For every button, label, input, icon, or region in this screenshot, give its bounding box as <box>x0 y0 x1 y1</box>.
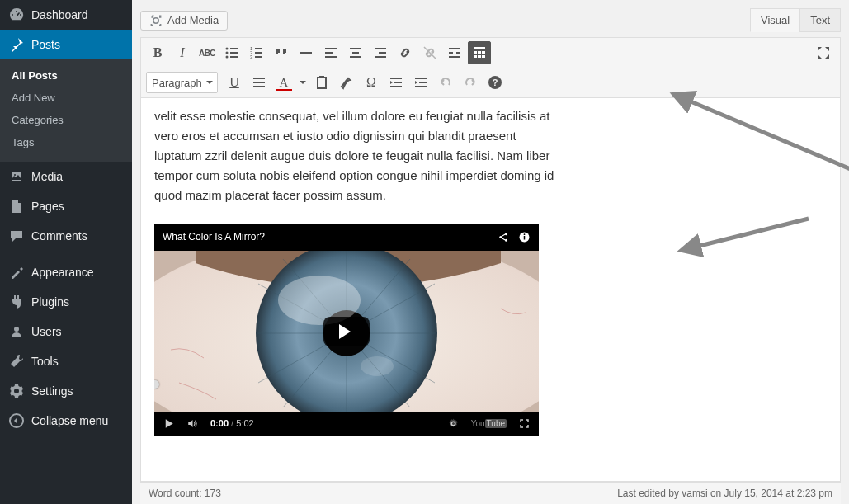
add-media-button[interactable]: Add Media <box>140 11 228 31</box>
youtube-logo[interactable]: YouTube <box>471 417 507 431</box>
collapse-icon <box>8 412 25 429</box>
svg-rect-21 <box>375 48 386 49</box>
tab-text[interactable]: Text <box>799 8 841 32</box>
sidebar-item-settings[interactable]: Settings <box>0 376 132 406</box>
svg-rect-42 <box>390 86 402 87</box>
align-left-button[interactable] <box>319 41 342 64</box>
svg-point-6 <box>226 56 229 59</box>
svg-rect-45 <box>415 86 427 87</box>
fullscreen-icon[interactable] <box>518 417 531 430</box>
svg-rect-52 <box>524 236 526 240</box>
plugins-icon <box>8 294 25 310</box>
settings-icon[interactable] <box>447 417 460 430</box>
text-color-button[interactable]: A <box>272 71 295 94</box>
svg-rect-33 <box>478 55 481 58</box>
sidebar-item-appearance[interactable]: Appearance <box>0 257 132 287</box>
bullet-list-button[interactable] <box>220 41 243 64</box>
tools-icon <box>8 353 25 370</box>
posts-submenu: All Posts Add New Categories Tags <box>0 59 132 162</box>
more-button[interactable] <box>443 41 466 64</box>
settings-icon <box>8 383 25 399</box>
align-center-button[interactable] <box>344 41 367 64</box>
editor-tabs: Visual Text <box>750 8 841 32</box>
text-color-dropdown[interactable] <box>297 71 309 94</box>
svg-rect-41 <box>394 82 402 83</box>
sidebar-item-comments[interactable]: Comments <box>0 221 132 251</box>
submenu-categories[interactable]: Categories <box>0 109 132 131</box>
svg-rect-16 <box>325 52 333 54</box>
editor-topbar: Add Media Visual Text <box>132 0 849 37</box>
play-button[interactable] <box>323 317 370 346</box>
fullscreen-button[interactable] <box>812 41 835 64</box>
align-right-button[interactable] <box>369 41 392 64</box>
svg-rect-30 <box>478 51 481 54</box>
media-icon <box>149 14 163 27</box>
svg-rect-27 <box>449 56 460 58</box>
svg-rect-15 <box>325 48 337 49</box>
underline-button[interactable]: U <box>223 71 246 94</box>
video-title: What Color Is A Mirror? <box>163 229 489 245</box>
svg-rect-29 <box>474 51 477 54</box>
svg-rect-14 <box>300 52 312 54</box>
sidebar-label: Appearance <box>31 266 94 279</box>
format-select[interactable]: Paragraph <box>146 72 218 93</box>
admin-sidebar: Dashboard Posts All Posts Add New Catego… <box>0 0 132 504</box>
sidebar-item-plugins[interactable]: Plugins <box>0 287 132 317</box>
sidebar-collapse[interactable]: Collapse menu <box>0 406 132 436</box>
sidebar-item-tools[interactable]: Tools <box>0 346 132 376</box>
hr-button[interactable] <box>295 41 318 64</box>
comments-icon <box>8 228 25 244</box>
sidebar-label: Collapse menu <box>31 414 108 427</box>
undo-button[interactable] <box>434 71 457 94</box>
video-controls: 0:00 / 5:02 YouTube <box>154 412 539 436</box>
sidebar-label: Plugins <box>31 295 69 309</box>
share-icon[interactable] <box>498 231 510 243</box>
editor-container: B I ABC 123 Par <box>140 37 841 482</box>
sidebar-label: Comments <box>31 229 87 243</box>
sidebar-label: Settings <box>31 384 73 398</box>
strikethrough-button[interactable]: ABC <box>196 41 219 64</box>
sidebar-label: Media <box>31 170 63 183</box>
media-icon <box>8 168 25 185</box>
submenu-all-posts[interactable]: All Posts <box>0 64 132 87</box>
submenu-add-new[interactable]: Add New <box>0 87 132 109</box>
sidebar-item-dashboard[interactable]: Dashboard <box>0 0 132 30</box>
paste-text-button[interactable] <box>310 71 333 94</box>
svg-rect-11 <box>255 52 262 54</box>
svg-rect-39 <box>319 76 324 78</box>
svg-point-1 <box>153 17 158 22</box>
info-icon[interactable] <box>518 231 531 243</box>
bold-button[interactable]: B <box>146 41 169 64</box>
number-list-button[interactable]: 123 <box>245 41 268 64</box>
sidebar-item-media[interactable]: Media <box>0 162 132 191</box>
help-button[interactable]: ? <box>483 71 507 94</box>
align-justify-button[interactable] <box>248 71 271 94</box>
link-button[interactable] <box>394 41 417 64</box>
sidebar-item-posts[interactable]: Posts <box>0 30 132 59</box>
video-current-time: 0:00 / 5:02 <box>210 417 254 431</box>
appearance-icon <box>8 264 25 280</box>
sidebar-item-users[interactable]: Users <box>0 317 132 346</box>
play-icon[interactable] <box>163 417 175 430</box>
sidebar-item-pages[interactable]: Pages <box>0 191 132 221</box>
special-char-button[interactable]: Ω <box>360 71 383 94</box>
svg-rect-31 <box>482 51 485 54</box>
volume-icon[interactable] <box>186 417 199 430</box>
editor-toolbar: B I ABC 123 Par <box>141 38 840 98</box>
editor-content[interactable]: velit esse molestie consequat, vel illum… <box>141 98 840 481</box>
video-thumbnail[interactable] <box>154 251 539 412</box>
video-embed: What Color Is A Mirror? <box>154 224 539 436</box>
svg-rect-19 <box>352 52 359 54</box>
italic-button[interactable]: I <box>171 41 194 64</box>
clear-formatting-button[interactable] <box>335 71 358 94</box>
unlink-button[interactable] <box>418 41 441 64</box>
indent-button[interactable] <box>409 71 432 94</box>
outdent-button[interactable] <box>384 71 408 94</box>
blockquote-button[interactable] <box>270 41 293 64</box>
tab-visual[interactable]: Visual <box>750 8 800 32</box>
submenu-tags[interactable]: Tags <box>0 131 132 153</box>
toolbar-toggle-button[interactable] <box>468 41 491 64</box>
redo-button[interactable] <box>459 71 482 94</box>
format-select-wrap: Paragraph <box>146 72 218 93</box>
video-header: What Color Is A Mirror? <box>154 224 539 251</box>
